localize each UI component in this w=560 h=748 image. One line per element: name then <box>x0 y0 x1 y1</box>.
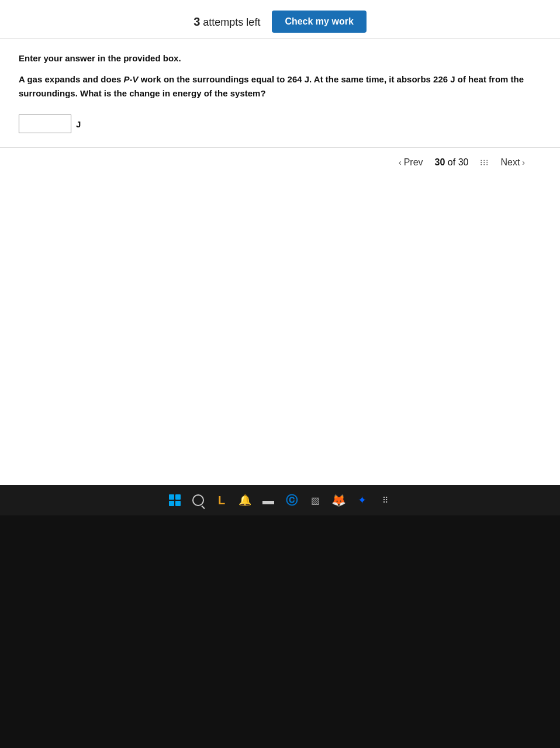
search-icon <box>192 494 204 506</box>
attempts-label: attempts left <box>203 16 260 28</box>
answer-input[interactable] <box>19 115 71 133</box>
grid-symbol: ⠿ <box>382 496 389 505</box>
screen: 3 attempts left Check my work Enter your… <box>0 0 560 748</box>
answer-row: J <box>19 115 541 133</box>
dropbox-symbol: ✦ <box>358 494 367 507</box>
prev-label: Prev <box>404 157 423 168</box>
next-label: Next <box>500 157 520 168</box>
taskbar: L 🔔 ▬ ⓒ ▧ 🦊 ✦ ⠿ <box>0 485 560 515</box>
of-label: of <box>448 157 455 167</box>
prev-button[interactable]: ‹ Prev <box>399 157 423 168</box>
windows-logo <box>169 494 181 506</box>
next-button[interactable]: Next › <box>500 157 525 168</box>
page-indicator: 30 of 30 <box>435 157 469 168</box>
file-explorer-icon[interactable]: L <box>212 491 231 510</box>
next-chevron-icon: › <box>522 158 525 167</box>
minus-icon: ▬ <box>262 494 274 507</box>
firefox-symbol: 🦊 <box>331 493 346 507</box>
bell-icon: 🔔 <box>238 494 251 507</box>
prev-chevron-icon: ‹ <box>399 158 402 167</box>
dark-area <box>0 515 560 748</box>
dropbox-icon[interactable]: ✦ <box>352 491 371 510</box>
edge-browser-icon[interactable]: ⓒ <box>282 491 301 510</box>
search-taskbar-icon[interactable] <box>189 491 208 510</box>
app-grid-icon[interactable]: ⠿ <box>376 491 395 510</box>
file-explorer-symbol: L <box>218 494 225 507</box>
top-bar: 3 attempts left Check my work <box>0 0 560 39</box>
unit-label: J <box>76 119 81 129</box>
content-area: 3 attempts left Check my work Enter your… <box>0 0 560 485</box>
taskbar-app-icon[interactable]: ▬ <box>259 491 278 510</box>
notifications-icon[interactable]: 🔔 <box>236 491 254 510</box>
windows-start-icon[interactable] <box>165 491 184 510</box>
firefox-icon[interactable]: 🦊 <box>329 491 348 510</box>
check-my-work-button[interactable]: Check my work <box>272 11 366 33</box>
nav-row: ‹ Prev 30 of 30 ⁝⁝⁝ Next › <box>0 147 560 177</box>
instruction-text: Enter your answer in the provided box. <box>19 53 541 63</box>
attempts-number: 3 <box>193 15 200 28</box>
task-view-icon[interactable]: ▧ <box>306 491 324 510</box>
total-pages: 30 <box>458 157 469 167</box>
edge-symbol: ⓒ <box>286 493 298 508</box>
question-text: A gas expands and does P-V work on the s… <box>19 72 541 101</box>
current-page: 30 <box>435 157 445 167</box>
taskview-symbol: ▧ <box>311 495 320 506</box>
attempts-text: 3 attempts left <box>193 15 260 29</box>
question-area: Enter your answer in the provided box. A… <box>0 39 560 147</box>
grid-icon[interactable]: ⁝⁝⁝ <box>480 158 489 167</box>
